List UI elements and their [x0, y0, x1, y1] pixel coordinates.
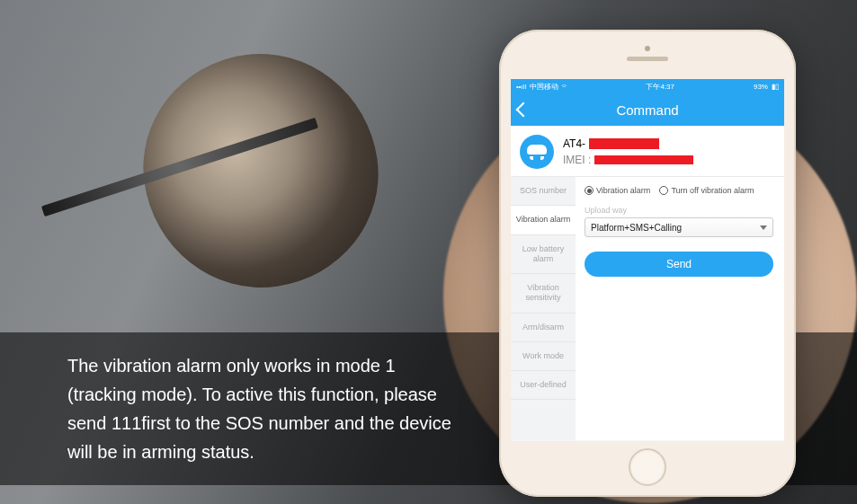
chevron-down-icon	[760, 225, 767, 230]
status-time: 下午4:37	[646, 82, 674, 92]
tab-user-defined[interactable]: User-defined	[511, 371, 576, 400]
send-button[interactable]: Send	[585, 252, 773, 277]
wifi-icon: ⌔	[562, 83, 567, 91]
battery-percent: 93%	[754, 83, 768, 91]
back-button[interactable]	[516, 102, 531, 118]
radio-vibration-on[interactable]: Vibration alarm	[585, 186, 650, 195]
alarm-radio-group: Vibration alarm Turn off vibration alarm	[585, 184, 773, 195]
radio-on-label: Vibration alarm	[596, 186, 650, 195]
tab-work-mode[interactable]: Work mode	[511, 342, 576, 371]
tab-arm-disarm[interactable]: Arm/disarm	[511, 314, 576, 342]
device-info-row: AT4- IMEI :	[511, 126, 784, 177]
phone-speaker	[627, 57, 668, 61]
car-icon	[520, 135, 554, 169]
signal-icon: ••ıll	[516, 83, 526, 91]
imei-label: IMEI :	[563, 154, 591, 166]
radio-vibration-off[interactable]: Turn off vibration alarm	[659, 186, 754, 195]
phone-screen: ••ıll 中国移动 ⌔ 下午4:37 93% ▮▯ Command AT4-	[511, 79, 784, 441]
phone-camera	[645, 46, 650, 51]
caption-text: The vibration alarm only works in mode 1…	[67, 351, 463, 466]
tab-sos-number[interactable]: SOS number	[511, 177, 576, 206]
tab-low-battery-alarm[interactable]: Low battery alarm	[511, 235, 576, 275]
upload-way-field: Upload way Platform+SMS+Calling	[585, 206, 773, 237]
radio-on-icon	[585, 186, 594, 195]
send-button-label: Send	[666, 258, 692, 270]
imei-redacted	[594, 155, 693, 164]
upload-way-value: Platform+SMS+Calling	[591, 223, 682, 233]
command-panel: Vibration alarm Turn off vibration alarm…	[576, 177, 784, 440]
radio-off-icon	[659, 186, 668, 195]
upload-way-label: Upload way	[585, 206, 773, 215]
command-body: SOS number Vibration alarm Low battery a…	[511, 177, 784, 440]
phone-frame: ••ıll 中国移动 ⌔ 下午4:37 93% ▮▯ Command AT4-	[499, 30, 796, 497]
battery-icon: ▮▯	[772, 83, 779, 91]
tab-vibration-sensitivity[interactable]: Vibration sensitivity	[511, 274, 576, 314]
status-bar: ••ıll 中国移动 ⌔ 下午4:37 93% ▮▯	[511, 79, 784, 93]
home-button[interactable]	[629, 448, 666, 486]
side-tabs: SOS number Vibration alarm Low battery a…	[511, 177, 576, 440]
upload-way-select[interactable]: Platform+SMS+Calling	[585, 217, 773, 237]
device-name-prefix: AT4-	[563, 137, 585, 150]
nav-header: Command	[511, 93, 784, 126]
page-title: Command	[616, 102, 678, 118]
device-name-redacted	[589, 138, 659, 149]
carrier-label: 中国移动	[530, 82, 558, 92]
tab-vibration-alarm[interactable]: Vibration alarm	[511, 206, 576, 234]
radio-off-label: Turn off vibration alarm	[671, 186, 754, 195]
